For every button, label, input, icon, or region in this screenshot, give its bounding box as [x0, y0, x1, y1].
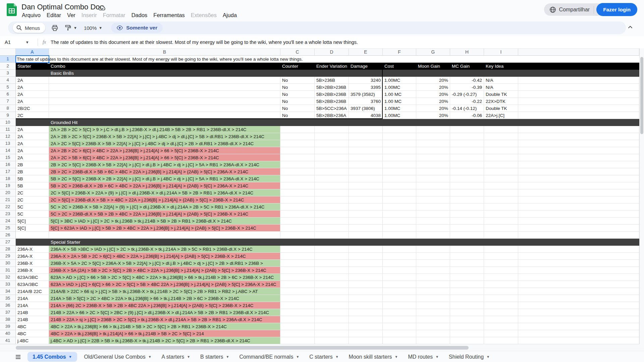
grid-cell[interactable]	[349, 147, 383, 154]
sheet-tab[interactable]: Moon skill starters▼	[344, 351, 403, 362]
grid-cell[interactable]	[315, 288, 349, 295]
grid-cell[interactable]	[315, 154, 349, 161]
grid-cell[interactable]	[349, 182, 383, 189]
sheets-logo-icon[interactable]	[7, 3, 17, 16]
row-number[interactable]: 5	[0, 84, 16, 91]
grid-cell[interactable]	[383, 330, 416, 337]
sheet-tab-dropdown-icon[interactable]: ▼	[435, 355, 439, 359]
grid-cell[interactable]	[450, 189, 484, 196]
combo-cell[interactable]: 5C > 2C > 236B-dl.X > 5B > 2B > 4BC > 22…	[49, 210, 280, 218]
grid-cell[interactable]: 2A	[16, 140, 49, 147]
grid-cell[interactable]	[280, 189, 315, 196]
grid-cell[interactable]	[518, 253, 639, 260]
grid-cell[interactable]: No	[280, 112, 315, 119]
grid-cell[interactable]	[383, 260, 416, 267]
grid-cell[interactable]	[484, 196, 518, 203]
grid-cell[interactable]	[383, 168, 416, 175]
grid-cell[interactable]: 214B	[16, 309, 49, 316]
combo-cell[interactable]: 2A > 2C > 5B > 6[C] > 4BC > 22A > j.236[…	[49, 154, 280, 161]
row-number[interactable]: 1	[0, 56, 16, 63]
grid-cell[interactable]	[280, 302, 315, 309]
grid-cell[interactable]: 20%	[416, 112, 450, 119]
row-number[interactable]: 35	[0, 295, 16, 302]
row-number[interactable]: 7	[0, 98, 16, 105]
grid-cell[interactable]	[383, 337, 416, 344]
combo-cell[interactable]: j.4BC > AD > j.[C] > 22B > 5B > tk.j.236…	[49, 337, 280, 344]
grid-cell[interactable]	[416, 323, 450, 330]
grid-cell[interactable]	[416, 147, 450, 154]
grid-cell[interactable]	[484, 253, 518, 260]
grid-cell[interactable]	[416, 274, 450, 281]
grid-cell[interactable]	[450, 260, 484, 267]
grid-cell[interactable]: j.4BC	[16, 337, 49, 344]
grid-cell[interactable]	[349, 126, 383, 133]
sheet-tab[interactable]: A starters▼	[157, 351, 195, 362]
grid-cell[interactable]: 1.00 MC	[383, 98, 416, 105]
grid-cell[interactable]: 2B	[16, 168, 49, 175]
grid-cell[interactable]	[518, 91, 639, 98]
grid-cell[interactable]	[280, 309, 315, 316]
grid-cell[interactable]	[518, 112, 639, 119]
grid-cell[interactable]: 1.00MC	[383, 105, 416, 112]
grid-cell[interactable]	[450, 295, 484, 302]
grid-cell[interactable]	[383, 182, 416, 189]
grid-cell[interactable]: 5B>2BB>236B	[315, 84, 349, 91]
grid-cell[interactable]	[416, 246, 450, 253]
grid-cell[interactable]	[383, 218, 416, 225]
row-number[interactable]: 34	[0, 288, 16, 295]
grid-cell[interactable]	[450, 323, 484, 330]
combo-cell[interactable]: 214A/B > 22C > 66 sj > j.[C] > 5B > tk.j…	[49, 288, 280, 295]
collapse-toolbar-icon[interactable]	[627, 23, 634, 31]
grid-cell[interactable]	[450, 309, 484, 316]
combo-cell[interactable]: 236B-X > 5A (2A) > 5B > 2C > 5[C] > 2B >…	[49, 267, 280, 274]
grid-cell[interactable]	[518, 133, 639, 140]
grid-cell[interactable]	[349, 316, 383, 323]
grid-cell[interactable]: 1.00MC	[383, 77, 416, 84]
grid-cell[interactable]: N/A	[484, 77, 518, 84]
grid-cell[interactable]	[349, 196, 383, 203]
combo-cell[interactable]: 214B > 22A > 66 > 2C > 5[C] > 2BC > {9} …	[49, 309, 280, 316]
combo-cell[interactable]: 623A > IAD > j.[C] > 6[C] > 66 > 2C > 5[…	[49, 281, 280, 288]
row-number[interactable]: 28	[0, 246, 16, 253]
combo-cell[interactable]: 4BC > 22A > tk.j.236[B] > tk.j.214[A] > …	[49, 330, 280, 337]
grid-cell[interactable]	[450, 281, 484, 288]
grid-cell[interactable]: 1.00MC	[383, 112, 416, 119]
menu-dados[interactable]: Dados	[128, 11, 151, 19]
grid-cell[interactable]	[518, 147, 639, 154]
grid-cell[interactable]: 2A	[16, 126, 49, 133]
grid-cell[interactable]	[518, 182, 639, 189]
grid-cell[interactable]	[383, 281, 416, 288]
grid-cell[interactable]	[280, 161, 315, 168]
column-header-i[interactable]: I	[484, 48, 518, 56]
grid-cell[interactable]	[484, 126, 518, 133]
grid-cell[interactable]	[416, 218, 450, 225]
grid-cell[interactable]: 20%	[416, 84, 450, 91]
grid-cell[interactable]	[280, 203, 315, 210]
row-number[interactable]: 19	[0, 182, 16, 189]
grid-cell[interactable]	[416, 210, 450, 218]
grid-cell[interactable]	[349, 203, 383, 210]
row-number[interactable]: 21	[0, 196, 16, 203]
grid-cell[interactable]	[349, 274, 383, 281]
grid-cell[interactable]: 5C	[16, 203, 49, 210]
grid-cell[interactable]: 2A	[16, 98, 49, 105]
grid-cell[interactable]: -0.06	[450, 112, 484, 119]
grid-cell[interactable]: 214A	[16, 302, 49, 309]
vertical-scrollbar[interactable]	[639, 48, 644, 344]
grid-cell[interactable]	[383, 189, 416, 196]
sheet-tab-dropdown-icon[interactable]: ▼	[335, 355, 339, 359]
horizontal-scrollbar-thumb[interactable]	[16, 346, 469, 350]
row-number[interactable]: 15	[0, 154, 16, 161]
grid-cell[interactable]	[280, 147, 315, 154]
paint-format-button[interactable]: ▼	[64, 24, 77, 32]
grid-cell[interactable]	[383, 267, 416, 274]
combo-cell[interactable]: 5B > 2C > 5[C] > 236B-X > 2B > 22[A] > j…	[49, 175, 280, 182]
grid-cell[interactable]	[484, 161, 518, 168]
column-header-g[interactable]: G	[416, 48, 450, 56]
grid-cell[interactable]: 20%	[416, 105, 450, 112]
grid-cell[interactable]	[518, 288, 639, 295]
grid-cell[interactable]	[383, 196, 416, 203]
column-header-e[interactable]: E	[349, 48, 383, 56]
grid-cell[interactable]: No	[280, 105, 315, 112]
combo-cell[interactable]: 236B-X > 5A > 2C > 5[C] > 236A-X > 5B > …	[49, 260, 280, 267]
